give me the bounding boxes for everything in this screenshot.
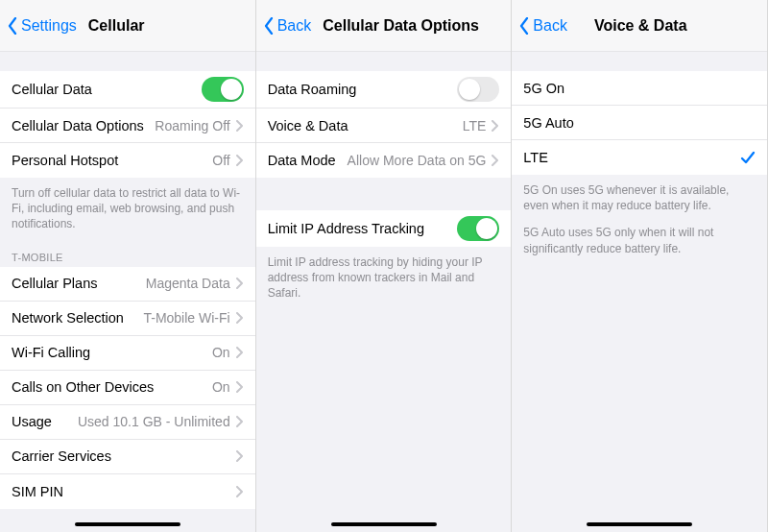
detail: LTE <box>463 118 487 133</box>
back-button[interactable]: Back <box>264 17 312 35</box>
toggle-cellular-data[interactable] <box>202 77 244 102</box>
label: Network Selection <box>12 310 124 326</box>
chevron-left-icon <box>519 17 529 35</box>
group-options: 5G On 5G Auto LTE <box>512 71 767 175</box>
row-sim-pin[interactable]: SIM PIN <box>0 474 255 509</box>
detail: T-Mobile Wi-Fi <box>143 310 229 326</box>
row-wifi-calling[interactable]: Wi-Fi Calling On <box>0 336 255 371</box>
toggle-data-roaming[interactable] <box>457 77 499 102</box>
checkmark-icon <box>740 150 756 165</box>
screen-cellular-data-options: Back Cellular Data Options Data Roaming … <box>256 0 513 532</box>
footer-text: Turn off cellular data to restrict all d… <box>0 178 255 242</box>
row-limit-ip-tracking[interactable]: Limit IP Address Tracking <box>256 210 512 247</box>
chevron-right-icon <box>236 120 244 132</box>
label: Limit IP Address Tracking <box>268 221 424 236</box>
nav-title: Voice & Data <box>594 17 687 35</box>
content: 5G On 5G Auto LTE 5G On uses 5G whenever… <box>512 52 767 532</box>
group-main: Data Roaming Voice & Data LTE Data Mode … <box>256 71 512 178</box>
label: Usage <box>12 414 52 429</box>
detail: On <box>212 379 230 395</box>
footer-text: 5G On uses 5G whenever it is available, … <box>512 175 767 223</box>
chevron-left-icon <box>8 17 17 35</box>
nav-title: Cellular <box>88 17 145 35</box>
toggle-limit-ip[interactable] <box>457 216 499 241</box>
back-label: Settings <box>21 17 77 35</box>
screen-cellular: Settings Cellular Cellular Data Cellular… <box>0 0 256 532</box>
label: Carrier Services <box>12 448 111 464</box>
content: Cellular Data Cellular Data Options Roam… <box>0 52 255 532</box>
row-usage[interactable]: Usage Used 10.1 GB - Unlimited <box>0 405 255 440</box>
detail: Magenta Data <box>146 276 230 291</box>
row-cellular-plans[interactable]: Cellular Plans Magenta Data <box>0 267 255 302</box>
label: 5G On <box>523 81 564 96</box>
label: SIM PIN <box>12 484 63 499</box>
section-header: T-MOBILE <box>0 242 255 267</box>
detail: On <box>212 345 230 360</box>
navbar: Back Voice & Data <box>512 0 767 52</box>
label: Data Roaming <box>268 82 357 97</box>
chevron-left-icon <box>264 17 274 35</box>
group-carrier: Cellular Plans Magenta Data Network Sele… <box>0 267 255 509</box>
chevron-right-icon <box>236 416 244 427</box>
detail: Off <box>212 153 229 168</box>
row-data-roaming[interactable]: Data Roaming <box>256 71 512 109</box>
back-label: Back <box>277 17 312 35</box>
label: Wi-Fi Calling <box>12 345 90 360</box>
label: Cellular Data Options <box>12 118 144 133</box>
row-5g-auto[interactable]: 5G Auto <box>512 106 767 140</box>
back-button[interactable]: Back <box>519 17 567 35</box>
nav-title: Cellular Data Options <box>323 17 479 35</box>
chevron-right-icon <box>236 312 244 324</box>
row-cellular-data[interactable]: Cellular Data <box>0 71 255 109</box>
chevron-right-icon <box>236 155 244 166</box>
screen-voice-data: Back Voice & Data 5G On 5G Auto LTE 5G O… <box>512 0 768 532</box>
row-network-selection[interactable]: Network Selection T-Mobile Wi-Fi <box>0 302 255 336</box>
row-personal-hotspot[interactable]: Personal Hotspot Off <box>0 143 255 178</box>
chevron-right-icon <box>492 120 499 132</box>
chevron-right-icon <box>236 381 244 393</box>
row-data-mode[interactable]: Data Mode Allow More Data on 5G <box>256 143 512 178</box>
row-voice-data[interactable]: Voice & Data LTE <box>256 109 512 143</box>
label: Cellular Plans <box>12 276 97 291</box>
label: Calls on Other Devices <box>12 379 154 395</box>
home-indicator[interactable] <box>587 522 692 526</box>
label: 5G Auto <box>523 115 573 131</box>
chevron-right-icon <box>492 155 499 166</box>
label: Personal Hotspot <box>12 153 118 168</box>
footer-text: Limit IP address tracking by hiding your… <box>256 247 512 311</box>
footer-text: 5G Auto uses 5G only when it will not si… <box>512 223 767 265</box>
label: Voice & Data <box>268 118 348 133</box>
detail: Roaming Off <box>155 118 229 133</box>
label: LTE <box>523 150 548 165</box>
row-5g-on[interactable]: 5G On <box>512 71 767 106</box>
detail: Allow More Data on 5G <box>348 153 487 168</box>
chevron-right-icon <box>236 450 244 462</box>
row-lte[interactable]: LTE <box>512 140 767 175</box>
row-calls-other-devices[interactable]: Calls on Other Devices On <box>0 371 255 405</box>
back-button[interactable]: Settings <box>8 17 77 35</box>
content: Data Roaming Voice & Data LTE Data Mode … <box>256 52 512 532</box>
home-indicator[interactable] <box>75 522 180 526</box>
row-carrier-services[interactable]: Carrier Services <box>0 440 255 474</box>
row-cellular-data-options[interactable]: Cellular Data Options Roaming Off <box>0 109 255 143</box>
home-indicator[interactable] <box>331 522 437 526</box>
chevron-right-icon <box>236 278 244 289</box>
group-main: Cellular Data Cellular Data Options Roam… <box>0 71 255 178</box>
back-label: Back <box>533 17 567 35</box>
chevron-right-icon <box>236 347 244 358</box>
label: Cellular Data <box>12 82 92 97</box>
chevron-right-icon <box>236 486 244 497</box>
group-limit-ip: Limit IP Address Tracking <box>256 210 512 247</box>
label: Data Mode <box>268 153 336 168</box>
navbar: Settings Cellular <box>0 0 255 52</box>
navbar: Back Cellular Data Options <box>256 0 512 52</box>
detail: Used 10.1 GB - Unlimited <box>78 414 230 429</box>
